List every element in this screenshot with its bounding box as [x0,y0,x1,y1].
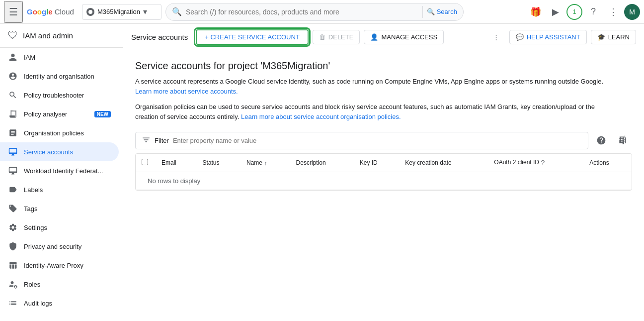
sidebar-item-settings[interactable]: Settings [0,218,119,237]
cloud-label: Cloud [55,7,74,16]
filter-input[interactable] [173,137,582,144]
project-icon [86,8,94,16]
main-layout: 🛡 IAM and admin IAM Identity and organis… [0,24,644,321]
sidebar-item-label: Organisation policies [24,129,111,137]
sidebar-item-privacy-security[interactable]: Privacy and security [0,237,119,256]
sidebar-item-workload-identity[interactable]: Workload Identity Federat... [0,161,119,180]
topbar-actions: 🎁 ▶ 1 ? ⋮ M [527,3,640,21]
columns-button[interactable] [614,131,632,149]
sort-icon: ↑ [264,159,267,166]
key-creation-date-column-header: Key creation date [399,154,488,172]
chevron-down-icon: ▾ [143,7,147,16]
sidebar-item-tags[interactable]: Tags [0,199,119,218]
sidebar-item-labels[interactable]: Labels [0,180,119,199]
no-rows-row: No rows to display [136,172,632,190]
monitor-icon [8,147,18,156]
no-rows-text: No rows to display [142,171,206,191]
more-vert-icon[interactable]: ⋮ [604,3,622,21]
terminal-icon[interactable]: ▶ [547,3,564,21]
sidebar-header: 🛡 IAM and admin [0,24,123,48]
sidebar: 🛡 IAM and admin IAM Identity and organis… [0,24,123,321]
search-input[interactable] [186,8,418,16]
sidebar-item-label: Privacy and security [24,243,111,250]
oauth2-client-id-column-header: OAuth 2 client ID ? [488,154,583,172]
page-desc1: A service account represents a Google Cl… [135,77,612,96]
workload-icon [8,166,18,175]
account-circle-icon [8,72,18,81]
list-icon [8,299,18,308]
sidebar-item-label: Roles [24,281,111,288]
sidebar-item-identity-aware-proxy[interactable]: Identity-Aware Proxy [0,256,119,275]
status-column-header: Status [196,154,241,172]
notification-badge[interactable]: 1 [566,4,582,20]
service-accounts-table: Email Status Name ↑ Description [135,153,632,191]
sidebar-item-label: Identity and organisation [24,73,111,80]
sidebar-item-label: Identity-Aware Proxy [24,262,111,269]
page-heading: Service accounts for project 'M365Migrat… [135,60,632,72]
sidebar-item-label: Settings [24,224,111,231]
content-title: Service accounts [131,33,188,41]
more-options-button[interactable]: ⋮ [487,28,505,46]
project-selector[interactable]: M365Migration ▾ [82,4,161,20]
article-icon [8,128,18,137]
new-badge: NEW [94,111,111,117]
topbar: ☰ Google Cloud M365Migration ▾ 🔍 🔍 Searc… [0,0,644,24]
sidebar-item-organisation-policies[interactable]: Organisation policies [0,123,119,142]
sell-icon [8,204,18,213]
project-name: M365Migration [97,8,140,15]
iam-shield-icon: 🛡 [8,30,18,41]
content: Service accounts + CREATE SERVICE ACCOUN… [123,24,644,321]
name-column-header[interactable]: Name ↑ [241,154,290,172]
help-assistant-button[interactable]: 💬 HELP ASSISTANT [509,30,587,44]
google-cloud-logo: Google Cloud [27,7,74,16]
learn-more-service-accounts-link[interactable]: Learn more about service accounts. [135,88,238,95]
help-assistant-icon: 💬 [516,33,524,41]
avatar[interactable]: M [624,4,640,20]
sidebar-item-policy-analyser[interactable]: Policy analyser NEW [0,105,119,123]
help-icon[interactable]: ? [584,3,602,21]
menu-icon[interactable]: ☰ [4,1,23,23]
filter-help-button[interactable] [592,131,610,149]
select-all-checkbox[interactable] [142,159,148,165]
search-bar: 🔍 🔍 Search [165,3,464,21]
filter-label: Filter [155,137,169,144]
manage-access-icon: 👤 [370,33,378,41]
sidebar-item-policy-troubleshooter[interactable]: Policy troubleshooter [0,86,119,105]
search-icon [8,91,18,100]
manage-accounts-icon [8,280,18,289]
delete-button[interactable]: 🗑 DELETE [313,30,360,44]
oauth2-help-icon[interactable]: ? [541,159,545,167]
create-service-account-button[interactable]: + CREATE SERVICE ACCOUNT [196,29,309,45]
key-id-column-header: Key ID [354,154,400,172]
receipt-icon [8,109,18,118]
sidebar-item-label: Workload Identity Federat... [24,167,111,175]
sidebar-item-roles[interactable]: Roles [0,275,119,294]
search-button[interactable]: 🔍 Search [422,6,457,18]
sidebar-header-title: IAM and admin [23,31,73,40]
sidebar-item-audit-logs[interactable]: Audit logs [0,294,119,313]
content-toolbar: Service accounts + CREATE SERVICE ACCOUN… [123,24,644,50]
learn-icon: 🎓 [597,33,605,41]
filter-icon [142,135,151,146]
sidebar-item-service-accounts[interactable]: Service accounts [0,142,119,161]
learn-button[interactable]: 🎓 LEARN [591,30,636,44]
delete-icon: 🗑 [319,33,325,41]
manage-access-button[interactable]: 👤 MANAGE ACCESS [364,30,444,44]
search-icon: 🔍 [427,8,435,15]
sidebar-item-label: Labels [24,186,111,194]
sidebar-item-label: IAM [24,54,111,61]
sidebar-item-identity-organisation[interactable]: Identity and organisation [0,67,119,86]
gift-icon[interactable]: 🎁 [527,3,545,21]
content-body: Service accounts for project 'M365Migrat… [123,50,644,201]
sidebar-item-label: Policy troubleshooter [24,92,111,99]
svg-point-0 [88,10,92,14]
sidebar-item-label: Service accounts [24,148,111,156]
sidebar-item-label: Policy analyser [24,110,86,118]
select-all-header [136,154,156,172]
sidebar-item-iam[interactable]: IAM [0,48,119,67]
sidebar-item-label: Tags [24,205,111,213]
description-column-header: Description [290,154,354,172]
search-magnifier-icon: 🔍 [172,7,182,16]
settings-icon [8,223,18,232]
learn-more-org-policies-link[interactable]: Learn more about service account organis… [241,113,401,120]
